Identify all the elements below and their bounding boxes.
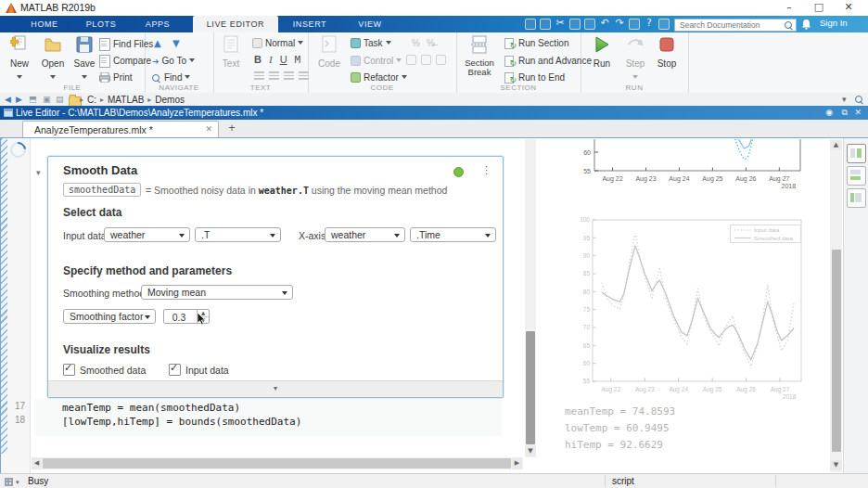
browse-folder-icon[interactable]: ▣	[43, 95, 51, 104]
recent-folders-icon[interactable]: ▤	[56, 95, 64, 104]
new-dropdown-icon[interactable]	[17, 75, 22, 82]
community-icon[interactable]	[658, 19, 670, 30]
sign-in-link[interactable]: Sign In	[820, 18, 848, 28]
output-side-by-side-button[interactable]	[847, 144, 866, 163]
numbered-list-icon[interactable]	[269, 71, 279, 80]
run-and-advance-button[interactable]: ↻ Run and Advance	[504, 55, 592, 67]
documentation-search[interactable]	[674, 19, 797, 32]
notifications-bell-icon[interactable]	[801, 19, 811, 30]
open-button[interactable]: Open	[37, 35, 69, 85]
switch-window-icon[interactable]	[629, 19, 640, 30]
open-dropdown-icon[interactable]	[50, 75, 56, 82]
run-to-end-button[interactable]: ↻ Run to End	[504, 71, 565, 83]
output-variable-chip[interactable]: smoothedData	[63, 183, 141, 197]
control-button[interactable]: Control	[351, 55, 402, 67]
forward-icon[interactable]: ▶	[16, 95, 22, 104]
task-menu-icon[interactable]: ⋮	[481, 164, 491, 176]
tab-plots[interactable]: PLOTS	[72, 16, 130, 32]
up-one-level-icon[interactable]: ⬒	[29, 95, 37, 104]
align-left-icon[interactable]	[284, 71, 294, 80]
tab-live-editor[interactable]: LIVE EDITOR	[193, 16, 278, 32]
find-button[interactable]: Find	[152, 71, 190, 83]
copy-icon[interactable]	[569, 19, 581, 30]
bulleted-list-icon[interactable]	[254, 71, 264, 80]
search-input[interactable]	[678, 19, 784, 32]
toolbar-dropdown-icon[interactable]: ▾	[842, 95, 847, 104]
run-section-button[interactable]: ↻ Run Section	[504, 37, 568, 49]
search-icon[interactable]	[785, 21, 792, 29]
breadcrumb-demos[interactable]: Demos	[155, 95, 185, 106]
tab-insert[interactable]: INSERT	[278, 16, 341, 32]
wrap-comments-icon[interactable]	[406, 55, 416, 65]
layout-grid-dropdown-icon[interactable]: ▾	[16, 479, 19, 486]
hide-code-button[interactable]	[847, 188, 866, 208]
smoothing-method-select[interactable]: Moving mean	[141, 285, 293, 300]
monospace-button[interactable]: M	[295, 54, 301, 66]
smoothed-data-checkbox[interactable]: Smoothed data	[63, 364, 146, 376]
back-icon[interactable]: ◀	[5, 95, 11, 104]
editor-vscrollbar-thumb[interactable]	[526, 331, 535, 444]
paste-icon[interactable]	[584, 19, 595, 30]
indent-icon[interactable]	[421, 55, 431, 65]
toolbar-search-icon[interactable]	[855, 96, 862, 103]
comment-icon[interactable]: %	[412, 38, 420, 48]
print-button[interactable]: Print	[99, 71, 133, 83]
panel-close-icon[interactable]: ✕	[854, 108, 862, 117]
editor-scroll-left-icon[interactable]: ◀	[32, 457, 42, 469]
input-data-checkbox[interactable]: Input data	[169, 364, 229, 376]
show-actions-icon[interactable]: ◉	[825, 108, 833, 117]
step-button[interactable]: Step	[619, 35, 651, 85]
tab-home[interactable]: HOME	[17, 16, 72, 32]
document-tab[interactable]: AnalyzeTemperatures.mlx * ✕	[22, 121, 219, 138]
save-dropdown-icon[interactable]	[82, 75, 87, 82]
undock-icon[interactable]: ⧉	[842, 108, 848, 118]
undo-icon[interactable]: ↶	[599, 19, 610, 30]
help-icon[interactable]: ?	[644, 19, 655, 30]
maximize-button[interactable]: □	[805, 0, 833, 15]
bold-button[interactable]: B	[254, 54, 262, 66]
minimize-button[interactable]: –	[775, 0, 803, 15]
tab-apps[interactable]: APPS	[130, 16, 185, 32]
editor-hscrollbar-thumb[interactable]	[43, 458, 511, 469]
goto-button[interactable]: ➔ Go To	[152, 55, 195, 67]
code-button[interactable]: Code	[315, 35, 343, 69]
section-break-button[interactable]: Section Break	[460, 35, 499, 77]
tab-view[interactable]: VIEW	[341, 16, 399, 32]
editor-scroll-down-icon[interactable]: ▼	[525, 445, 536, 456]
navigate-down-button[interactable]: ▼	[172, 37, 180, 49]
uncomment-icon[interactable]: %̶	[427, 38, 435, 48]
output-inline-button[interactable]	[847, 166, 866, 186]
breadcrumb-matlab[interactable]: MATLAB	[108, 95, 144, 106]
task-collapse-bar[interactable]: ▾	[48, 380, 503, 397]
task-button[interactable]: Task	[351, 37, 391, 49]
section-collapse-icon[interactable]: ▾	[36, 168, 41, 177]
save-button[interactable]: Save	[69, 35, 100, 85]
italic-button[interactable]: I	[269, 54, 273, 66]
cut-icon[interactable]: ✂	[555, 19, 566, 30]
outdent-icon[interactable]	[436, 55, 446, 65]
output-vscrollbar-thumb[interactable]	[832, 250, 841, 452]
navigate-up-button[interactable]: ▲	[154, 37, 161, 49]
xaxis-field-select[interactable]: .Time	[410, 227, 496, 242]
xaxis-data-select[interactable]: weather	[325, 227, 405, 242]
save-icon[interactable]	[540, 19, 551, 30]
shortcuts-icon[interactable]	[525, 19, 536, 30]
output-scroll-up-icon[interactable]: ▲	[830, 140, 842, 150]
compare-button[interactable]: Compare	[99, 55, 151, 67]
run-button[interactable]: Run	[586, 35, 618, 69]
smoothing-factor-select[interactable]: Smoothing factor	[63, 309, 156, 324]
editor-scroll-right-icon[interactable]: ▶	[512, 457, 522, 469]
input-data-select[interactable]: weather	[104, 227, 190, 242]
text-button[interactable]: Text	[217, 35, 245, 69]
new-button[interactable]: New	[4, 35, 35, 85]
output-scroll-down-icon[interactable]: ▼	[830, 460, 842, 470]
refactor-button[interactable]: Refactor	[351, 71, 407, 83]
code-line[interactable]: [lowTemp,hiTemp] = bounds(smoothedData)	[62, 416, 301, 428]
new-tab-button[interactable]: +	[224, 122, 239, 135]
task-status-icon[interactable]	[453, 167, 464, 177]
tab-close-icon[interactable]: ✕	[205, 124, 212, 134]
breadcrumb-drive[interactable]: C:	[87, 95, 96, 106]
redo-icon[interactable]: ↷	[614, 19, 625, 30]
layout-grid-icon[interactable]	[5, 478, 13, 486]
text-style-dropdown[interactable]: Normal	[252, 37, 303, 49]
